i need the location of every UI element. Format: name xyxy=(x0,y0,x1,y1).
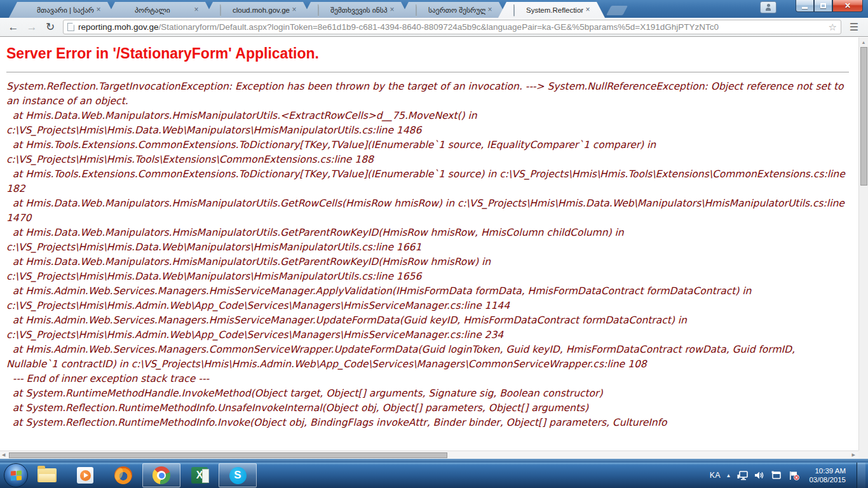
clock-date: 03/08/2015 xyxy=(809,475,846,484)
volume-icon[interactable] xyxy=(754,470,765,481)
start-button[interactable] xyxy=(4,463,28,487)
stack-line: at Hmis.Data.Web.Manipulators.HmisManipu… xyxy=(6,255,849,284)
stack-line: at Hmis.Admin.Web.Services.Managers.Comm… xyxy=(6,342,849,372)
vertical-scroll-thumb[interactable] xyxy=(860,47,867,186)
tab-title: შემთხვევის ინსპექტირე xyxy=(330,6,388,15)
url-domain: reporting.moh.gov.ge xyxy=(78,22,159,32)
error-title: Server Error in '/StationaryForm' Applic… xyxy=(6,45,849,62)
system-tray: KA ▲ 10:39 AM 03/08/2015 xyxy=(710,463,868,488)
tab-shemtxvevis[interactable]: შემთხვევის ინსპექტირე × xyxy=(302,2,409,18)
taskbar-item-skype[interactable]: S xyxy=(219,463,257,487)
taskbar-item-explorer[interactable] xyxy=(28,463,66,488)
chrome-icon xyxy=(153,466,170,484)
window-controls: ✕ xyxy=(796,0,863,12)
tab-close-icon[interactable]: × xyxy=(485,6,494,15)
omnibox[interactable]: reporting.moh.gov.ge/Stationaryform/Defa… xyxy=(63,20,841,34)
profile-avatar-icon xyxy=(766,8,771,11)
show-desktop-button[interactable] xyxy=(857,463,865,488)
media-player-icon xyxy=(77,467,93,484)
reload-button[interactable]: ↻ xyxy=(42,20,58,35)
stack-trace: System.Reflection.TargetInvocationExcept… xyxy=(6,79,849,430)
bookmark-star-icon[interactable]: ☆ xyxy=(829,22,837,33)
error-page: Server Error in '/StationaryForm' Applic… xyxy=(0,37,868,430)
divider xyxy=(6,72,849,72)
tab-title: cloud.moh.gov.ge/Pages/ xyxy=(233,6,290,14)
tray-expand-icon[interactable]: ▲ xyxy=(726,473,731,478)
stack-line: --- End of inner exception stack trace -… xyxy=(6,372,849,386)
tab-close-icon[interactable]: × xyxy=(583,6,592,15)
stack-line: at System.Reflection.RuntimeMethodInfo.I… xyxy=(6,416,849,430)
maximize-icon xyxy=(820,3,826,8)
chrome-menu-button[interactable]: ☰ xyxy=(845,20,863,35)
tab-portali[interactable]: პორტალი × xyxy=(107,2,214,18)
tab-close-icon[interactable]: × xyxy=(388,6,397,15)
tab-close-icon[interactable]: × xyxy=(290,6,299,15)
tab-mtavari[interactable]: მთავარი | საქართველოს × xyxy=(9,2,116,18)
stack-line: at Hmis.Data.Web.Manipulators.HmisManipu… xyxy=(6,109,849,138)
action-center-flag-icon[interactable] xyxy=(788,470,799,481)
clock-time: 10:39 AM xyxy=(809,466,846,475)
minimize-icon xyxy=(802,7,808,9)
explorer-folder-icon xyxy=(37,468,57,482)
taskbar-item-media-player[interactable] xyxy=(66,463,104,488)
stack-line: at Hmis.Tools.Extensions.CommonExtension… xyxy=(6,138,849,167)
page-icon xyxy=(512,5,522,15)
scroll-left-icon[interactable]: ◀ xyxy=(2,452,5,458)
minimize-button[interactable] xyxy=(796,0,814,12)
page-viewport: Server Error in '/StationaryForm' Applic… xyxy=(0,37,868,459)
stack-line: at Hmis.Tools.Extensions.CommonExtension… xyxy=(6,167,849,196)
browser-toolbar: ← → ↻ reporting.moh.gov.ge/Stationaryfor… xyxy=(0,18,868,37)
page-icon xyxy=(219,5,229,15)
stack-line: System.Reflection.TargetInvocationExcept… xyxy=(6,79,849,109)
maximize-button[interactable] xyxy=(814,0,832,12)
stack-line: at Hmis.Admin.Web.Services.Managers.Hmis… xyxy=(6,284,849,313)
tab-strip: მთავარი | საქართველოს × პორტალი × cloud.… xyxy=(9,2,625,18)
tab-title: საერთო შესრულებების ს xyxy=(428,6,485,15)
firefox-icon xyxy=(114,466,132,484)
close-icon: ✕ xyxy=(844,1,851,10)
app-window-tray-icon[interactable] xyxy=(771,470,782,481)
forward-button[interactable]: → xyxy=(24,20,40,35)
scroll-up-icon[interactable]: ▲ xyxy=(859,37,868,44)
stack-line: at Hmis.Data.Web.Manipulators.HmisManipu… xyxy=(6,226,849,255)
horizontal-scroll-thumb[interactable] xyxy=(9,452,447,458)
tray-clock[interactable]: 10:39 AM 03/08/2015 xyxy=(809,466,846,484)
tab-cloud-moh[interactable]: cloud.moh.gov.ge/Pages/ × xyxy=(205,2,311,18)
skype-icon: S xyxy=(229,467,247,484)
taskbar: X S KA ▲ 10:39 AM 03/08/2015 xyxy=(0,463,868,488)
new-tab-button[interactable] xyxy=(606,6,628,15)
tab-saerto[interactable]: საერთო შესრულებების ს × xyxy=(400,2,507,18)
tab-title: პორტალი xyxy=(135,6,192,15)
georgia-crest-icon xyxy=(121,5,131,15)
network-icon[interactable] xyxy=(736,470,748,481)
url-text: reporting.moh.gov.ge/Stationaryform/Defa… xyxy=(78,22,719,32)
taskbar-item-firefox[interactable] xyxy=(104,463,142,488)
tab-close-icon[interactable]: × xyxy=(94,6,103,15)
taskbar-item-excel[interactable]: X xyxy=(180,463,219,488)
profile-button[interactable] xyxy=(760,1,776,13)
stack-line: at Hmis.Admin.Web.Services.Managers.Hmis… xyxy=(6,313,849,342)
scroll-right-icon[interactable]: ▶ xyxy=(852,452,855,458)
horizontal-scrollbar[interactable]: ◀ ▶ xyxy=(0,451,858,459)
tab-close-icon[interactable]: × xyxy=(192,6,201,15)
url-path: /Stationaryform/Default.aspx?loginToken=… xyxy=(159,22,719,32)
page-icon xyxy=(316,5,327,15)
excel-icon: X xyxy=(191,467,208,484)
page-icon xyxy=(414,5,424,15)
health-shield-icon xyxy=(23,5,33,15)
tab-title: System.Reflection.TargetIn xyxy=(526,6,583,14)
tab-title: მთავარი | საქართველოს xyxy=(37,6,94,15)
page-icon xyxy=(67,23,74,31)
windows-logo-icon xyxy=(11,470,22,480)
desktop-screen: მთავარი | საქართველოს × პორტალი × cloud.… xyxy=(0,0,868,488)
tab-error-page-active[interactable]: System.Reflection.TargetIn × xyxy=(498,2,605,18)
scrollbar-corner xyxy=(858,451,868,459)
stack-line: at System.RuntimeMethodHandle.InvokeMeth… xyxy=(6,386,849,401)
taskbar-item-chrome-active[interactable] xyxy=(142,463,180,487)
stack-line: at Hmis.Data.Web.Manipulators.HmisManipu… xyxy=(6,196,849,226)
close-button[interactable]: ✕ xyxy=(832,0,863,12)
stack-line: at System.Reflection.RuntimeMethodInfo.U… xyxy=(6,401,849,416)
vertical-scrollbar[interactable]: ▲ xyxy=(858,37,868,451)
back-button[interactable]: ← xyxy=(5,20,22,35)
language-indicator[interactable]: KA xyxy=(710,471,721,480)
